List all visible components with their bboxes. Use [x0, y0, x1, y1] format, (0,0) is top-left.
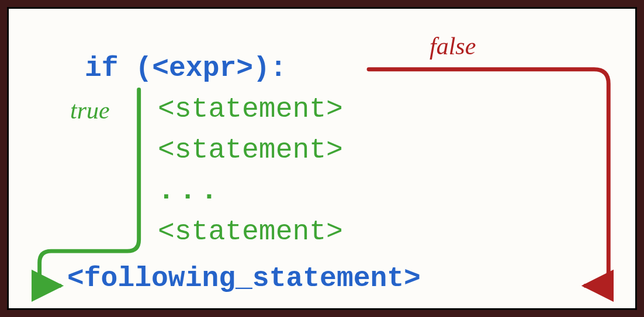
false-label: false [430, 32, 476, 60]
if-expression-line: if (<expr>): [85, 53, 287, 84]
ellipsis: ... [158, 175, 222, 207]
diagram-frame: if (<expr>): <statement> <statement> ...… [7, 7, 637, 310]
following-statement: <following_statement> [67, 263, 421, 294]
statement-2: <statement> [158, 134, 343, 166]
true-label: true [70, 96, 110, 124]
statement-3: <statement> [158, 216, 343, 248]
statement-1: <statement> [158, 93, 343, 125]
